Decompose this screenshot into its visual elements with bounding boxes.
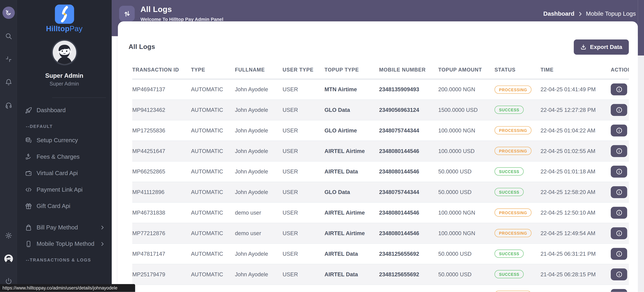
- status-badge: PROCESSING: [494, 147, 532, 155]
- profile-mini-button[interactable]: [4, 254, 13, 263]
- table-row[interactable]: MP25179479 AUTOMATIC John Ayodele USER A…: [132, 264, 629, 284]
- row-details-button[interactable]: [611, 165, 627, 177]
- sidebar-item-dashboard[interactable]: Dashboard: [17, 102, 112, 118]
- sidebar-item-virtual-card-api[interactable]: Virtual Card Api: [17, 165, 112, 181]
- table-row[interactable]: MP94123462 AUTOMATIC John Ayodele USER G…: [132, 100, 629, 120]
- cell-status: PROCESSING: [494, 141, 540, 161]
- card-title: All Logs: [128, 43, 155, 51]
- cell-topup-type: AIRTEL Airtime: [324, 223, 379, 243]
- table-row[interactable]: MP77212876 AUTOMATIC demo user USER AIRT…: [132, 223, 629, 243]
- cell-transaction-id: MP66252865: [132, 161, 191, 182]
- cell-fullname: John Ayodele: [235, 141, 283, 161]
- cell-user-type: USER: [283, 264, 324, 284]
- dark-mode-toggle[interactable]: [2, 7, 14, 19]
- column-header-type: TYPE: [191, 62, 235, 79]
- settings-button[interactable]: [5, 232, 12, 239]
- sidebar-toggle-button[interactable]: [119, 6, 135, 22]
- cell-mobile-number: 2348080144546: [379, 161, 438, 182]
- row-details-button[interactable]: [611, 104, 627, 116]
- cell-transaction-id: MP46947137: [132, 79, 191, 100]
- scrollbar-thumb[interactable]: [638, 0, 644, 56]
- cell-topup-amount: [438, 284, 494, 292]
- cell-topup-type: AIRTEL Data: [324, 161, 379, 182]
- row-details-button[interactable]: [611, 248, 627, 260]
- info-icon: [616, 271, 622, 278]
- card-header: All Logs Export Data: [118, 22, 638, 62]
- cell-topup-type: MTN Airtime: [324, 79, 379, 100]
- avatar[interactable]: [52, 40, 77, 66]
- cell-time: 22-04-25 01:01:18 AM: [540, 161, 611, 182]
- cell-action: [611, 284, 629, 292]
- cell-mobile-number: 2348080144546: [379, 141, 438, 161]
- logs-table-container[interactable]: TRANSACTION IDTYPEFULLNAMEUSER TYPETOPUP…: [118, 62, 629, 292]
- cell-topup-type: AIRTEL Airtime: [324, 202, 379, 223]
- table-row[interactable]: MP46947137 AUTOMATIC John Ayodele USER M…: [132, 79, 629, 100]
- cell-fullname: John Ayodele: [235, 120, 283, 141]
- cell-user-type: USER: [283, 79, 324, 100]
- cell-action: [611, 141, 629, 161]
- info-icon: [616, 106, 622, 113]
- cell-user-type: USER: [283, 243, 324, 264]
- vertical-scrollbar[interactable]: [638, 0, 644, 292]
- info-icon: [616, 291, 622, 292]
- column-header-action: ACTION: [611, 62, 629, 79]
- row-details-button[interactable]: [611, 84, 627, 96]
- cell-topup-type: GLO Data: [324, 100, 379, 120]
- table-row[interactable]: MP66252865 AUTOMATIC John Ayodele USER A…: [132, 161, 629, 182]
- row-details-button[interactable]: [611, 207, 627, 219]
- cell-action: [611, 264, 629, 284]
- link-preview-statusbar: https://www.hilltoppay.co/admin/users/de…: [0, 284, 135, 292]
- support-button[interactable]: [5, 102, 12, 109]
- cell-type: AUTOMATIC: [191, 264, 235, 284]
- cell-transaction-id: MP41112896: [132, 182, 191, 202]
- cell-time: 22-04-25 12:58:20 AM: [540, 182, 611, 202]
- table-row[interactable]: MP44251647 AUTOMATIC John Ayodele USER A…: [132, 141, 629, 161]
- sidebar-item-fees-charges[interactable]: Fees & Charges: [17, 148, 112, 165]
- icon-rail: [0, 0, 17, 292]
- logout-button[interactable]: [5, 277, 12, 285]
- sidebar-item-payment-link-api[interactable]: Payment Link Api: [17, 181, 112, 198]
- gear-icon: [5, 232, 12, 239]
- cell-fullname: John Ayodele: [235, 100, 283, 120]
- breadcrumb-dashboard[interactable]: Dashboard: [543, 10, 574, 17]
- row-details-button[interactable]: [611, 227, 627, 239]
- row-details-button[interactable]: [611, 268, 627, 280]
- sidebar-item-setup-currency[interactable]: Setup Currency: [17, 132, 112, 148]
- logs-table: TRANSACTION IDTYPEFULLNAMEUSER TYPETOPUP…: [132, 62, 629, 292]
- cell-time: 22-04-25 01:41:49 PM: [540, 79, 611, 100]
- row-details-button[interactable]: [611, 186, 627, 198]
- row-details-button[interactable]: [611, 289, 627, 292]
- row-details-button[interactable]: [611, 145, 627, 157]
- sidebar-item-mobile-topup-method[interactable]: Mobile TopUp Method: [17, 235, 112, 252]
- cell-topup-amount: 50.0000 USD: [438, 264, 494, 284]
- breadcrumb: Dashboard Mobile Topup Logs: [543, 10, 636, 17]
- compress-button[interactable]: [5, 56, 12, 63]
- cell-topup-amount: 1500.0000 USD: [438, 100, 494, 120]
- cell-type: AUTOMATIC: [191, 223, 235, 243]
- table-row[interactable]: MP41112896 AUTOMATIC John Ayodele USER G…: [132, 182, 629, 202]
- table-row[interactable]: MP47817147 AUTOMATIC John Ayodele USER A…: [132, 243, 629, 264]
- app-window: HilltopPay Super Admin Super Admin Dashb…: [0, 0, 644, 292]
- notifications-button[interactable]: [5, 78, 12, 86]
- status-badge: SUCCESS: [494, 167, 524, 176]
- info-icon: [616, 168, 622, 175]
- cell-topup-amount: 100.0000 NGN: [438, 120, 494, 141]
- table-row[interactable]: PROCESSING: [132, 284, 629, 292]
- info-icon: [616, 86, 622, 93]
- table-row[interactable]: MP17255836 AUTOMATIC John Ayodele USER G…: [132, 120, 629, 141]
- table-row[interactable]: MP46731838 AUTOMATIC demo user USER AIRT…: [132, 202, 629, 223]
- hilltoppay-logo[interactable]: [54, 5, 74, 24]
- sidebar-item-gift-card-api[interactable]: Gift Card Api: [17, 198, 112, 214]
- info-icon: [616, 147, 622, 154]
- cell-status: SUCCESS: [494, 161, 540, 182]
- shrink-icon: [5, 56, 12, 63]
- export-data-button[interactable]: Export Data: [574, 39, 629, 55]
- coins-icon: [25, 137, 32, 144]
- row-details-button[interactable]: [611, 124, 627, 136]
- sidebar-item-bill-pay-method[interactable]: Bill Pay Method: [17, 219, 112, 235]
- cell-type: AUTOMATIC: [191, 161, 235, 182]
- table-header-row: TRANSACTION IDTYPEFULLNAMEUSER TYPETOPUP…: [132, 62, 629, 79]
- search-button[interactable]: [5, 33, 12, 40]
- cell-mobile-number: 2348075744344: [379, 120, 438, 141]
- cell-mobile-number: 2348135909493: [379, 79, 438, 100]
